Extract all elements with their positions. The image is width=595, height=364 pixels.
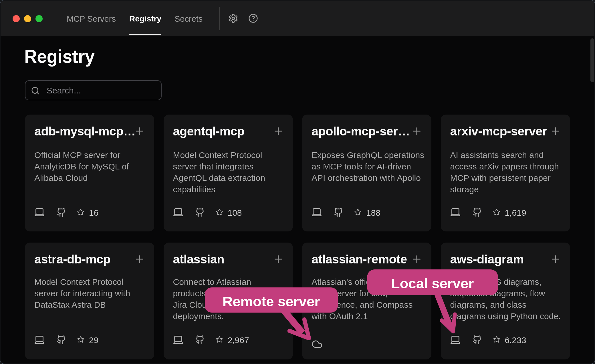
svg-text:Remote server: Remote server (223, 294, 320, 309)
svg-text:Local server: Local server (391, 276, 474, 291)
